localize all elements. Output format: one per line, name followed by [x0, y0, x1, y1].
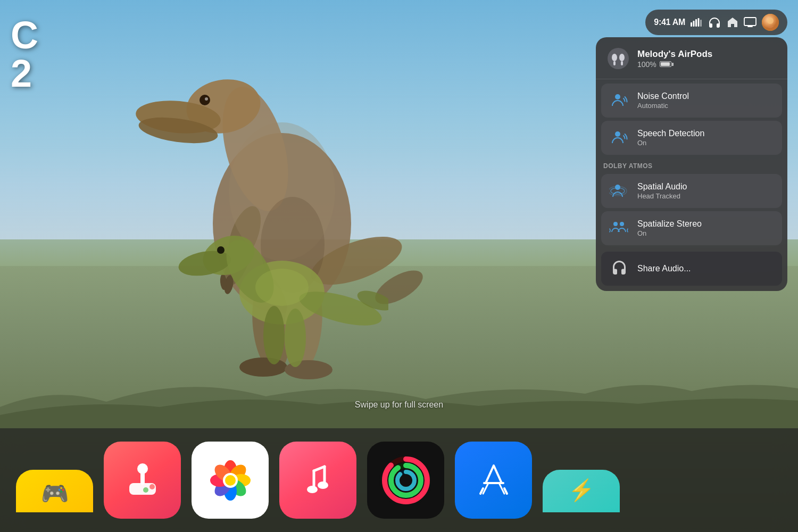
spatial-audio-text: Spatial Audio Head Tracked: [637, 182, 775, 200]
title-line1: C: [11, 16, 37, 54]
svg-point-6: [205, 97, 208, 101]
status-bar: 9:41 AM: [645, 10, 787, 35]
title-overlay: C 2: [11, 16, 37, 93]
spatial-audio-subtitle: Head Tracked: [637, 192, 775, 200]
noise-control-subtitle: Automatic: [637, 102, 775, 110]
svg-point-65: [318, 481, 328, 489]
svg-point-27: [285, 309, 306, 367]
svg-rect-31: [695, 19, 697, 27]
spatialize-stereo-subtitle: On: [637, 229, 775, 237]
svg-point-47: [613, 222, 618, 226]
dock-icon-activity[interactable]: [367, 442, 444, 519]
dock-icon-appstore[interactable]: [455, 442, 532, 519]
spatialize-stereo-row[interactable]: Spatialize Stereo On: [601, 211, 782, 245]
avatar[interactable]: [762, 14, 779, 31]
speech-detection-row[interactable]: Speech Detection On: [601, 121, 782, 155]
svg-point-44: [615, 185, 620, 190]
svg-rect-30: [693, 21, 695, 27]
dolby-section: Spatial Audio Head Tracked Spatialize S: [596, 172, 787, 250]
svg-point-38: [612, 54, 617, 61]
noise-control-icon: [609, 90, 630, 111]
airpods-header: Melody's AirPods 100%: [596, 37, 787, 79]
svg-rect-32: [698, 18, 700, 27]
dock-icon-arcade[interactable]: [104, 442, 181, 519]
dock-icon-photos[interactable]: [192, 442, 269, 519]
share-audio-section: Share Audio...: [596, 250, 787, 291]
spatial-audio-title: Spatial Audio: [637, 182, 775, 192]
dock-icon-partial-left[interactable]: 🎮: [16, 470, 93, 512]
share-audio-title: Share Audio...: [637, 264, 775, 273]
swipe-hint: Swipe up for full screen: [355, 400, 443, 410]
svg-rect-29: [691, 22, 692, 27]
svg-rect-41: [621, 61, 623, 65]
noise-control-text: Noise Control Automatic: [637, 92, 775, 110]
svg-point-26: [263, 306, 285, 364]
spatial-audio-row[interactable]: Spatial Audio Head Tracked: [601, 174, 782, 208]
title-line2: 2: [11, 54, 37, 93]
battery-icon: [660, 61, 671, 67]
svg-point-48: [620, 222, 624, 226]
dolby-atmos-label: DOLBY ATMOS: [596, 159, 787, 172]
dino-second: [176, 160, 388, 372]
svg-point-51: [137, 463, 148, 474]
speech-detection-title: Speech Detection: [637, 129, 775, 138]
terrain-detail: [0, 364, 798, 428]
svg-point-21: [217, 246, 225, 254]
airpods-device-name: Melody's AirPods: [637, 49, 712, 60]
airpods-device-info: Melody's AirPods 100%: [637, 49, 712, 69]
speech-detection-text: Speech Detection On: [637, 129, 775, 147]
controls-section: Noise Control Automatic Speech Detection…: [596, 79, 787, 159]
svg-rect-34: [744, 18, 756, 26]
share-audio-icon: [609, 258, 630, 279]
airpods-panel: Melody's AirPods 100% Noise Control Auto…: [596, 37, 787, 291]
speech-detection-icon: [609, 127, 630, 148]
home-icon[interactable]: [727, 16, 738, 28]
svg-rect-33: [700, 20, 702, 27]
svg-point-43: [615, 131, 620, 137]
noise-control-row[interactable]: Noise Control Automatic: [601, 84, 782, 118]
svg-point-37: [608, 48, 629, 69]
spatialize-stereo-title: Spatialize Stereo: [637, 219, 775, 229]
spatialize-stereo-icon: [609, 218, 630, 239]
status-time: 9:41 AM: [654, 18, 685, 27]
airpods-battery: 100%: [637, 60, 712, 69]
signal-waves-icon: [691, 18, 702, 27]
svg-point-5: [200, 95, 210, 105]
svg-point-36: [767, 18, 774, 24]
svg-point-64: [307, 486, 318, 493]
spatialize-stereo-text: Spatialize Stereo On: [637, 219, 775, 237]
dock-icon-music[interactable]: [279, 442, 356, 519]
share-audio-text: Share Audio...: [637, 264, 775, 273]
svg-point-28: [255, 269, 309, 306]
svg-point-63: [225, 475, 236, 486]
noise-control-title: Noise Control: [637, 92, 775, 101]
spatial-audio-icon: [609, 180, 630, 202]
airpods-icon: [606, 47, 630, 70]
svg-point-52: [149, 484, 155, 489]
speech-detection-subtitle: On: [637, 139, 775, 147]
headphones-status-icon[interactable]: [708, 16, 721, 28]
screen-mirror-icon[interactable]: [744, 17, 757, 28]
svg-rect-39: [613, 61, 616, 65]
svg-point-40: [619, 54, 625, 61]
svg-point-42: [615, 94, 620, 99]
share-audio-row[interactable]: Share Audio...: [601, 252, 782, 286]
svg-point-53: [143, 487, 148, 493]
dock: 🎮: [0, 428, 798, 532]
dock-icon-partial-right[interactable]: ⚡: [543, 470, 620, 512]
